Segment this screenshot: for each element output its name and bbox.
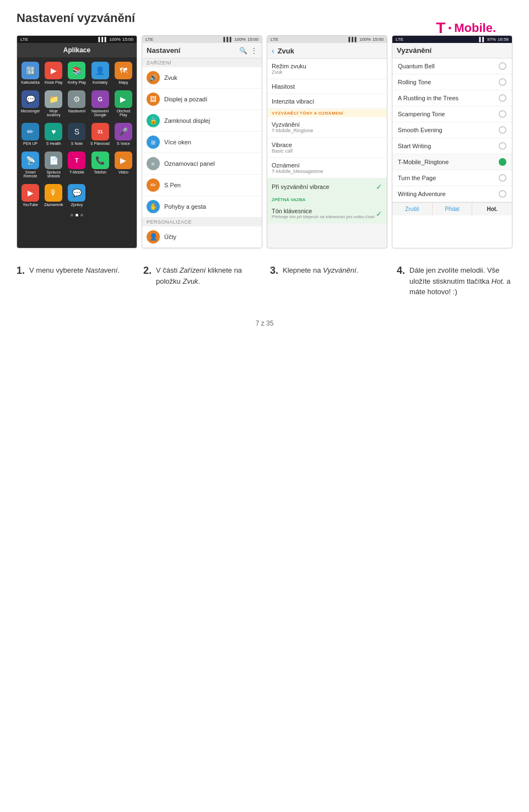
app-zaznamnik[interactable]: 🎙 Záznamník [42,182,64,209]
search-icon[interactable]: 🔍 [239,47,247,55]
sound-ton-klav-subtitle: Přehraje tón při klepnutí na klávesnici … [272,214,375,219]
app-obchod[interactable]: ▶ Obchod Play [112,88,134,120]
sound-ton-klav[interactable]: Tón klávesnice Přehraje tón při klepnutí… [267,204,387,224]
ringtone-quantum-bell[interactable]: Quantum Bell [392,58,512,74]
app-nastaveni[interactable]: ⚙ Nastavení [66,88,88,120]
sound-oznaceni[interactable]: Oznámení T-Mobile_Messagetone [267,158,387,178]
app-youtube[interactable]: ▶ YouTube [19,182,41,209]
status-signal-2: ▌▌▌ [223,37,233,42]
app-zpravy-label: Zprávy [71,203,83,207]
app-svoice-label: S Voice [117,142,130,146]
app-zaznamnik-label: Záznamník [44,203,63,207]
app-nastaveni2[interactable]: G Nastavení Google [89,88,111,120]
app-spravce[interactable]: 📄 Správce stránek [42,149,64,181]
nastaveni-header: Nastavení 🔍 ⋮ [142,43,262,58]
ringtone-quantum-bell-label: Quantum Bell [398,63,435,69]
ringtone-rustling[interactable]: A Rustling in the Trees [392,90,512,106]
app-messenger[interactable]: 💬 Messenger [19,88,41,120]
ringtone-rolling-tone-radio[interactable] [499,78,506,86]
app-smart[interactable]: 📡 Smart Remote [19,149,41,181]
ringtone-rustling-label: A Rustling in the Trees [398,95,458,101]
app-kontakty[interactable]: 👤 Kontakty [89,59,111,87]
settings-vice-label: Více oken [164,139,191,145]
app-splan-label: S Plánovač [90,142,110,146]
ringtone-rustling-radio[interactable] [499,94,506,102]
ringtone-smooth-evening-label: Smooth Evening [398,127,442,133]
app-smart-icon: 📡 [21,151,39,169]
pridat-button[interactable]: Přidat [433,203,473,215]
ringtone-tmobile-radio[interactable] [499,158,506,166]
ringtone-tmobile[interactable]: T-Mobile_Ringtone [392,154,512,170]
app-mapy[interactable]: 🗺 Mapy [112,59,134,87]
settings-zamknout[interactable]: 🔒 Zamknout displej [142,110,262,132]
app-splan[interactable]: 31 S Plánovač [89,121,111,148]
apps-title: Aplikace [63,46,90,54]
back-arrow[interactable]: ‹ [272,46,274,55]
screen-aplikace: LTE ▌▌▌ 100% 15:00 Aplikace 🔢 Kalkulačka… [17,35,137,248]
sound-vibrace[interactable]: Vibrace Basic call [267,138,387,158]
ringtone-turn-page-radio[interactable] [499,174,506,182]
settings-spen[interactable]: ✏ S Pen [142,175,262,196]
dot-2 [75,214,78,216]
ringtone-turn-page[interactable]: Turn the Page [392,170,512,186]
app-svoice[interactable]: 🎤 S Voice [112,121,134,148]
app-penup[interactable]: ✏ PEN UP [19,121,41,148]
app-soubory-label: Moje soubory [44,109,63,117]
sound-pri-vyzvani[interactable]: Při vyzvánění vibrace ✓ [267,178,387,196]
ringtone-writing-adventure-radio[interactable] [499,190,506,198]
pohyby-icon: ✋ [147,200,160,213]
sound-intenzita[interactable]: Intenzita vibrací [267,94,387,109]
app-knihy-label: Knihy Play [68,80,86,85]
sound-vyzvani[interactable]: Vyzvánění T-Mobile_Ringtone [267,117,387,138]
status-signal-4: ▌▌ [479,37,485,42]
logo-t: T [436,19,445,37]
app-telefon[interactable]: 📞 Telefon [89,149,111,181]
sound-rezim[interactable]: Režim zvuku Zvuk [267,59,387,79]
ringtone-writing-adventure[interactable]: Writing Adventure [392,186,512,202]
section-tonal: VYZVÁNĚCÍ TÓNY A OZNÁMENÍ [267,109,387,117]
ucty-icon: 👤 [147,230,160,243]
settings-vice[interactable]: ⊞ Více oken [142,132,262,153]
app-zpravy[interactable]: 💬 Zprávy [66,182,88,209]
app-kalkulacka[interactable]: 🔢 Kalkulačka [19,59,41,87]
app-tmobile-icon: T [68,151,85,169]
app-soubory[interactable]: 📁 Moje soubory [42,88,64,120]
settings-oznam[interactable]: ≡ Oznamovací panel [142,153,262,175]
app-spravce-label: Správce stránek [44,170,63,178]
app-video[interactable]: ▶ Video [112,149,134,181]
ringtone-rolling-tone[interactable]: Rolling Tone [392,74,512,90]
sound-oznaceni-title: Oznámení [272,162,323,169]
status-carrier-3: LTE [271,37,278,42]
app-shealth[interactable]: ♥ S Health [42,121,64,148]
app-spravce-icon: 📄 [45,151,62,169]
ringtone-start-writing-radio[interactable] [499,142,506,150]
ringtone-quantum-bell-radio[interactable] [499,62,506,70]
sound-vibrace-text: Vibrace Basic call [272,142,293,154]
app-kiosk[interactable]: ▶ Kiosk Play [42,59,64,87]
app-nastaveni-label: Nastavení [68,109,86,113]
app-knihy[interactable]: 📚 Knihy Play [66,59,88,87]
app-kiosk-icon: ▶ [45,62,62,79]
app-tmobile[interactable]: T T-Mobile [66,149,88,181]
app-smart-label: Smart Remote [20,170,40,178]
hot-button[interactable]: Hot. [472,203,512,215]
more-icon[interactable]: ⋮ [251,47,257,55]
spen-icon: ✏ [147,178,160,192]
zvuk-title: Zvuk [278,47,294,55]
settings-zvuk-label: Zvuk [164,74,177,81]
sound-pri-vyzvani-title: Při vyzvánění vibrace [272,183,330,190]
zrusit-button[interactable]: Zrušit [392,203,433,215]
settings-zvuk[interactable]: 🔊 Zvuk [142,67,262,89]
ringtone-smooth-evening[interactable]: Smooth Evening [392,122,512,138]
status-right-2: ▌▌▌ 100% 15:00 [223,37,258,42]
ringtone-scampering-radio[interactable] [499,110,506,118]
settings-ucty[interactable]: 👤 Účty [142,226,262,248]
ringtone-start-writing[interactable]: Start Writing [392,138,512,154]
app-snote[interactable]: S S Note [66,121,88,148]
sound-hlasitost[interactable]: Hlasitost [267,79,387,94]
ringtone-smooth-evening-radio[interactable] [499,126,506,134]
sound-hlasitost-text: Hlasitost [272,83,295,90]
settings-pohyby[interactable]: ✋ Pohyby a gesta [142,196,262,218]
settings-displej[interactable]: 🖼 Displej a pozadí [142,89,262,110]
ringtone-scampering[interactable]: Scampering Tone [392,106,512,122]
